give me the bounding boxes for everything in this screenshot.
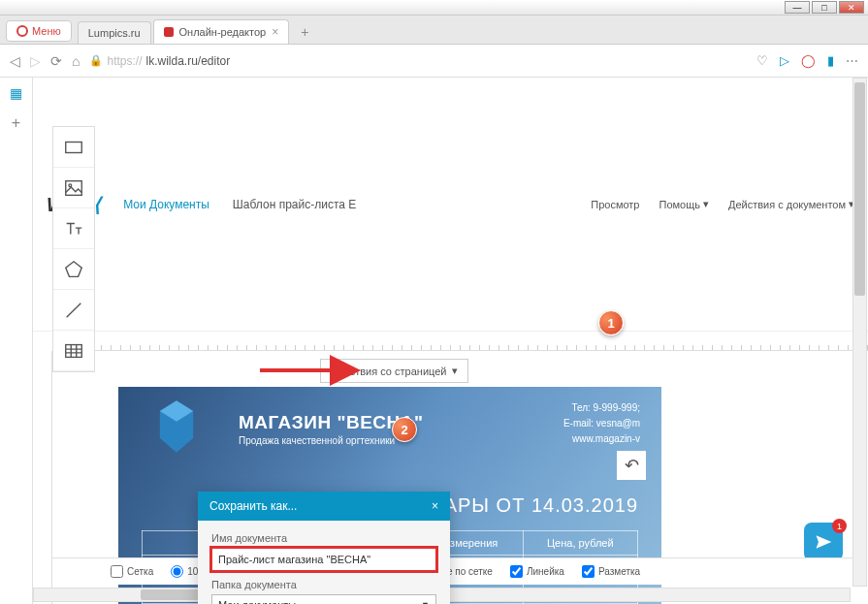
doc-logo [155, 398, 198, 455]
address-bar: ◁ ▷ ⟳ ⌂ 🔒 https://lk.wilda.ru/editor ♡ ▷… [0, 45, 868, 78]
document-name-input[interactable] [211, 548, 436, 571]
addr-actions: ♡ ▷ ◯ ▮ ⋯ [756, 53, 858, 68]
home-icon[interactable]: ⌂ [72, 53, 80, 69]
tool-table[interactable] [53, 331, 94, 371]
doc-contact: Тел: 9-999-999; E-mail: vesna@m www.maga… [563, 400, 640, 447]
doc-actions-menu[interactable]: Действия с документом ▾ [728, 198, 854, 210]
forward-icon[interactable]: ▷ [30, 53, 41, 69]
window-close[interactable]: ✕ [839, 1, 864, 14]
tool-rectangle[interactable] [53, 127, 94, 168]
chevron-down-icon: ▼ [421, 600, 430, 604]
url-prefix: https:// [107, 54, 142, 68]
tool-line[interactable] [53, 290, 94, 331]
dialog-close-icon[interactable]: × [432, 499, 438, 513]
tab-lumpics[interactable]: Lumpics.ru [78, 21, 151, 44]
chevron-down-icon: ▾ [452, 365, 458, 377]
tool-polygon[interactable] [53, 249, 94, 290]
topbar-right: Просмотр Помощь ▾ Действия с документом … [591, 198, 854, 210]
folder-select[interactable]: Мои документы ▼ [211, 594, 436, 604]
sidebar-add-icon[interactable]: + [12, 114, 20, 132]
contact-email: E-mail: vesna@m [563, 416, 640, 431]
name-label: Имя документа [211, 532, 436, 544]
dialog-title: Сохранить как... [209, 499, 297, 513]
tab-label: Онлайн-редактор [179, 26, 267, 38]
tab-editor[interactable]: Онлайн-редактор × [153, 19, 290, 44]
ext-icon[interactable]: ▮ [827, 53, 834, 68]
menu-label: Меню [32, 25, 61, 37]
window-maximize[interactable]: □ [812, 1, 837, 14]
undo-button[interactable]: ↶ [617, 451, 646, 480]
grid-checkbox[interactable]: Сетка [111, 565, 153, 578]
opera-icon [16, 25, 28, 37]
reload-icon[interactable]: ⟳ [50, 53, 62, 69]
tab-label: Lumpics.ru [88, 27, 141, 39]
ruler-checkbox[interactable]: Линейка [510, 565, 564, 578]
preview-link[interactable]: Просмотр [591, 198, 639, 210]
dialog-header: Сохранить как... × [198, 492, 450, 521]
fab-badge: 1 [832, 519, 847, 533]
tool-image[interactable] [53, 168, 94, 208]
scrollbar-thumb[interactable] [854, 82, 865, 296]
browser-tabs-bar: Меню Lumpics.ru Онлайн-редактор × + [0, 16, 868, 45]
folder-label: Папка документа [211, 579, 436, 590]
layout-checkbox[interactable]: Разметка [582, 565, 640, 578]
svg-rect-1 [66, 180, 82, 195]
save-as-dialog: Сохранить как... × Имя документа Папка д… [198, 492, 450, 604]
template-name: Шаблон прайс-листа E [233, 198, 356, 211]
ruler-horizontal [52, 332, 868, 351]
help-menu[interactable]: Помощь ▾ [659, 198, 709, 210]
new-tab-button[interactable]: + [291, 20, 318, 44]
contact-tel: Тел: 9-999-999; [563, 400, 640, 416]
opera-menu-button[interactable]: Меню [6, 20, 72, 42]
tools-palette [52, 126, 95, 372]
content: ▦ + Wilda⟨ Мои Документы Шаблон прайс-ли… [0, 78, 868, 604]
browser-sidebar: ▦ + [0, 78, 33, 604]
svg-rect-0 [66, 142, 82, 152]
contact-site: www.magazin-v [563, 431, 640, 447]
svg-rect-3 [66, 344, 82, 357]
ruler-vertical [33, 351, 52, 604]
app-main: Wilda⟨ Мои Документы Шаблон прайс-листа … [33, 78, 868, 604]
window-minimize[interactable]: — [785, 1, 810, 14]
annotation-arrow [260, 359, 367, 386]
chevron-down-icon: ▾ [703, 198, 709, 210]
url-text: lk.wilda.ru/editor [146, 54, 231, 68]
url-field[interactable]: 🔒 https://lk.wilda.ru/editor [89, 54, 747, 68]
app-topbar: Wilda⟨ Мои Документы Шаблон прайс-листа … [33, 78, 868, 332]
tab-close-icon[interactable]: × [272, 25, 278, 39]
menu-icon[interactable]: ⋯ [846, 53, 858, 68]
mydocs-link[interactable]: Мои Документы [123, 198, 209, 211]
send-fab[interactable]: 1 [804, 523, 843, 561]
callout-1: 1 [598, 310, 624, 335]
blocker-icon[interactable]: ◯ [801, 53, 816, 68]
col-price: Цена, рублей [523, 531, 637, 556]
back-icon[interactable]: ◁ [10, 53, 20, 69]
folder-value: Мои документы [218, 599, 296, 604]
bottom-bar: Сетка 10px 20px 40px 80px Движение по се… [52, 557, 860, 585]
callout-2: 2 [392, 417, 417, 442]
wilda-favicon [164, 27, 174, 37]
shield-icon[interactable]: ▷ [780, 53, 789, 68]
dialog-body: Имя документа Папка документа Мои докуме… [198, 521, 450, 604]
sidebar-icon[interactable]: ▦ [10, 85, 22, 101]
window-chrome: — □ ✕ [0, 0, 868, 16]
lock-icon: 🔒 [89, 54, 103, 67]
scrollbar-vertical[interactable] [852, 78, 867, 587]
bookmark-icon[interactable]: ♡ [756, 53, 768, 68]
tool-text[interactable] [53, 208, 94, 249]
